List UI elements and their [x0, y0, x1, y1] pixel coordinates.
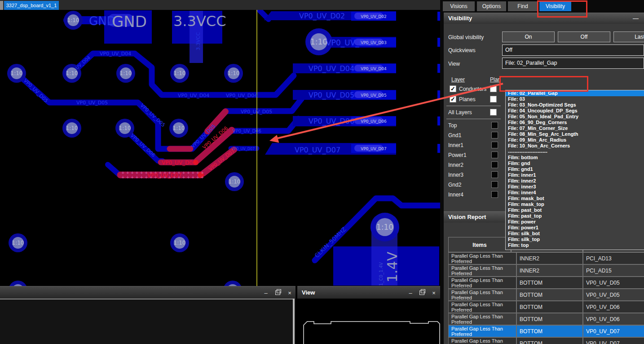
silk-label: 1.4V: [384, 251, 400, 282]
layer-inner4-checkbox[interactable]: [491, 191, 498, 198]
net-tag: VP0_UV_D02: [361, 14, 386, 19]
pcb-canvas[interactable]: 1:10 1:10 1:10 1:10 1:10 1:10 1:10 1:10 …: [0, 0, 440, 286]
layer-top-checkbox[interactable]: [491, 122, 498, 129]
dropdown-item[interactable]: Film: silk_top: [506, 237, 644, 242]
dropdown-item[interactable]: Film: mask_top: [506, 201, 644, 207]
dropdown-item[interactable]: Film: past_top: [506, 213, 644, 219]
report-row[interactable]: Parallel Gap Less Than PreferredINNER2PC…: [448, 252, 644, 264]
dropdown-item[interactable]: File: 07_Min_Corner_Size: [506, 125, 644, 131]
svg-text:1:10: 1:10: [174, 240, 186, 246]
dropdown-item[interactable]: File: 06_90_Deg_Corners: [506, 120, 644, 125]
global-visibility-label: Global visibility: [448, 34, 484, 40]
report-row[interactable]: Parallel Gap Less Than PreferredBOTTOMVP…: [448, 277, 644, 289]
trace-label: VP0_UV_D06: [233, 129, 261, 134]
report-row[interactable]: Parallel Gap Less Than PreferredBOTTOMVP…: [448, 301, 644, 313]
planes-plan-checkbox[interactable]: [490, 96, 497, 103]
via: 1:10: [225, 172, 244, 191]
design-tabbar: 3327_dsp_board_v1_1: [0, 0, 440, 10]
tab-options[interactable]: Options: [477, 1, 506, 11]
svg-text:1:10: 1:10: [66, 125, 78, 131]
close-icon[interactable]: ×: [430, 290, 437, 296]
svg-text:1:10: 1:10: [174, 70, 186, 76]
dropdown-item[interactable]: File: 03: [506, 96, 644, 102]
dropdown-item[interactable]: Film: past_bot: [506, 207, 644, 213]
dropdown-item[interactable]: Film: bottom: [506, 155, 644, 161]
tab-sliver[interactable]: [0, 1, 3, 10]
trace-label: 3.3VCC: [195, 32, 201, 50]
panel-content[interactable]: [0, 299, 293, 344]
tab-visions[interactable]: Visions: [443, 1, 475, 11]
dropdown-item[interactable]: Film: inner2: [506, 178, 644, 184]
minimize-icon[interactable]: –: [407, 290, 414, 296]
quickviews-label: Quickviews: [448, 47, 476, 54]
dropdown-item[interactable]: File: 04_Uncoupled_DP_Segs: [506, 108, 644, 114]
dropdown-item[interactable]: Film: gnd1: [506, 166, 644, 172]
layer-gnd2-checkbox[interactable]: [491, 181, 498, 188]
board-outline-preview[interactable]: [297, 299, 440, 344]
dropdown-item[interactable]: Film: power1: [506, 225, 644, 231]
all-layers-checkbox[interactable]: [490, 109, 497, 116]
net-band-label: VP0_UV_D05: [309, 91, 354, 100]
dropdown-item[interactable]: Film: top: [506, 242, 644, 248]
planes-checkbox[interactable]: [450, 96, 456, 103]
divider: [446, 119, 501, 119]
dropdown-item[interactable]: Film: mask_bot: [506, 196, 644, 201]
restore-icon[interactable]: [419, 290, 424, 295]
dropdown-item[interactable]: File: 10_Non_Arc_Corners: [506, 143, 644, 149]
conductors-plan-checkbox[interactable]: [490, 85, 497, 92]
view-select[interactable]: File: 02_Parallel_Gap: [502, 58, 644, 69]
layer-gnd1-checkbox[interactable]: [491, 132, 498, 138]
dropdown-item[interactable]: Film: silk_bot: [506, 231, 644, 237]
net-tag: VP0_UV_D05: [361, 93, 386, 98]
dropdown-item[interactable]: Film: power: [506, 219, 644, 225]
annotation-rect-dropdown-item: [499, 76, 588, 92]
global-last-button[interactable]: Last: [613, 31, 644, 42]
report-row[interactable]: Parallel Gap Less Than PreferredBOTTOMVP…: [448, 337, 644, 344]
layer-power1-checkbox[interactable]: [491, 152, 498, 158]
net-tag: VP0_UV_D07: [361, 147, 386, 151]
via: 1:10: [224, 64, 243, 83]
dropdown-item[interactable]: Film: inner1: [506, 172, 644, 178]
minimize-icon[interactable]: –: [262, 290, 269, 296]
all-layers-label: All Layers: [448, 109, 472, 116]
dropdown-item[interactable]: Film: inner4: [506, 190, 644, 196]
report-row[interactable]: Parallel Gap Less Than PreferredBOTTOMVP…: [448, 289, 644, 301]
section-title: Vision Report: [448, 214, 486, 220]
svg-text:1:10: 1:10: [12, 240, 24, 246]
conductors-checkbox[interactable]: [450, 85, 456, 92]
board-outline: [304, 322, 440, 344]
trace-label: VP0_UV_D07: [232, 147, 255, 151]
collapse-icon[interactable]: —: [633, 13, 639, 24]
via-large: 1:10: [371, 213, 399, 241]
board-tab[interactable]: 3327_dsp_board_v1_1: [4, 1, 59, 10]
dropdown-item[interactable]: File: 03_Non-Optimized Segs: [506, 102, 644, 108]
items-column-header[interactable]: Items: [448, 237, 511, 252]
dropdown-item[interactable]: Film: gnd: [506, 161, 644, 166]
bottom-left-panel: – ×: [0, 286, 296, 344]
panel-titlebar[interactable]: – ×: [0, 286, 296, 299]
layer-row-power1: Power1: [448, 152, 467, 158]
conductors-label: Conductors: [459, 86, 486, 92]
svg-text:1:10: 1:10: [119, 125, 131, 131]
panel-titlebar[interactable]: View – ×: [297, 286, 440, 299]
report-row[interactable]: Parallel Gap Less Than PreferredBOTTOMVP…: [448, 313, 644, 325]
layer-row-inner3: Inner3: [448, 172, 463, 178]
restore-icon[interactable]: [275, 290, 280, 295]
close-icon[interactable]: ×: [286, 290, 293, 296]
report-row[interactable]: Parallel Gap Less Than PreferredINNER2PC…: [448, 264, 644, 277]
trace-label: VP0_UV_D04: [226, 93, 257, 98]
global-off-button[interactable]: Off: [558, 31, 610, 42]
layer-inner3-checkbox[interactable]: [491, 171, 498, 178]
quickviews-select[interactable]: Off: [502, 45, 644, 56]
dropdown-item[interactable]: File: 08_Min_Seg_Arc_Length: [506, 131, 644, 137]
layer-inner2-checkbox[interactable]: [491, 161, 498, 168]
report-row-selected[interactable]: Parallel Gap Less Than PreferredBOTTOMVP…: [448, 325, 644, 337]
tab-find[interactable]: Find: [508, 1, 538, 11]
svg-text:1:10: 1:10: [173, 125, 185, 131]
layer-inner1-checkbox[interactable]: [491, 142, 498, 148]
global-on-button[interactable]: On: [502, 31, 555, 42]
dropdown-item[interactable]: File: 05_Non_Ideal_Pad_Entry: [506, 114, 644, 120]
dropdown-item[interactable]: Film: inner3: [506, 184, 644, 190]
dropdown-item[interactable]: File: 09_Min_Arc_Radius: [506, 137, 644, 143]
svg-text:1:10: 1:10: [66, 70, 78, 76]
